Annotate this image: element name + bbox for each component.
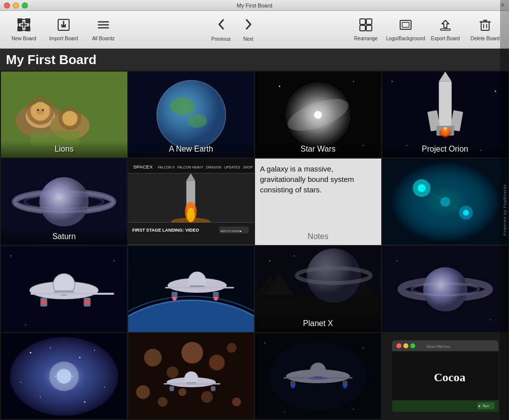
- svg-point-137: [79, 357, 81, 358]
- svg-point-34: [63, 111, 78, 126]
- import-board-button[interactable]: Import Board: [44, 13, 84, 47]
- svg-point-124: [294, 255, 295, 256]
- page-title-bar: My First Board: [0, 49, 509, 71]
- new-board-button[interactable]: New Board: [4, 13, 44, 47]
- svg-point-121: [307, 248, 361, 302]
- new-earth-label: A New Earth: [128, 141, 254, 158]
- svg-point-49: [353, 81, 354, 82]
- svg-line-89: [445, 202, 466, 213]
- logo-background-button[interactable]: Logo/Background: [386, 13, 425, 47]
- notes-label: Notes: [255, 228, 381, 245]
- previous-label: Previous: [211, 36, 231, 42]
- grid-item-notes[interactable]: A galaxy is a massive, gravitationally b…: [255, 159, 381, 245]
- svg-point-143: [72, 376, 73, 377]
- svg-point-181: [396, 343, 401, 348]
- svg-text:WATCH NOW ▶: WATCH NOW ▶: [220, 230, 242, 233]
- grid-item-cosmic[interactable]: [382, 159, 509, 245]
- export-board-icon: [438, 18, 452, 34]
- svg-point-92: [29, 281, 98, 299]
- svg-point-164: [286, 369, 350, 383]
- svg-point-86: [463, 210, 469, 216]
- svg-marker-53: [438, 72, 451, 82]
- minimize-button[interactable]: [13, 2, 19, 8]
- svg-point-35: [60, 108, 80, 128]
- svg-rect-145: [128, 333, 254, 419]
- toolbar: New Board Import Board All Boardz: [0, 11, 509, 49]
- delete-board-icon: [478, 18, 492, 34]
- svg-rect-77: [128, 223, 254, 245]
- export-board-label: Export Board: [431, 36, 460, 41]
- grid-item-project-orion[interactable]: Project Orion: [382, 72, 509, 158]
- previous-button[interactable]: Previous: [207, 13, 235, 47]
- grid-item-new-earth[interactable]: A New Earth: [128, 72, 254, 158]
- svg-point-146: [144, 348, 162, 366]
- svg-rect-67: [128, 159, 254, 245]
- grid-item-planet-x[interactable]: Planet X: [255, 246, 381, 332]
- grid-item-enterprise2[interactable]: [128, 246, 254, 332]
- svg-rect-54: [427, 110, 440, 131]
- svg-point-29: [28, 99, 52, 123]
- logo-background-icon: [399, 18, 413, 34]
- svg-point-47: [314, 111, 322, 119]
- saturn-label: Saturn: [1, 228, 127, 245]
- delete-board-label: Delete Board: [471, 36, 500, 41]
- svg-rect-169: [342, 381, 347, 387]
- import-board-icon: [57, 18, 71, 34]
- svg-point-150: [227, 343, 237, 353]
- svg-rect-125: [382, 246, 509, 332]
- svg-point-152: [158, 397, 168, 407]
- previous-icon: [214, 17, 228, 34]
- grid-item-cocoa[interactable]: SmartNotes Cocoa ▶ Run: [382, 333, 509, 419]
- powered-by-text: Powered by PopBoardz: [503, 184, 507, 236]
- next-button[interactable]: Next: [235, 13, 262, 47]
- svg-point-163: [269, 342, 367, 411]
- delete-board-button[interactable]: Delete Board: [465, 13, 505, 47]
- import-board-label: Import Board: [49, 36, 78, 41]
- svg-rect-16: [366, 25, 372, 31]
- svg-point-64: [39, 177, 88, 227]
- svg-text:Cocoa: Cocoa: [433, 371, 465, 384]
- svg-point-122: [297, 268, 371, 283]
- svg-rect-104: [128, 246, 254, 332]
- svg-point-65: [15, 192, 113, 212]
- grid-item-stars[interactable]: [1, 333, 127, 419]
- svg-rect-112: [171, 292, 177, 299]
- svg-rect-68: [128, 159, 254, 173]
- grid-item-asteroids[interactable]: [128, 333, 254, 419]
- all-boardz-button[interactable]: All Boardz: [84, 13, 123, 47]
- svg-point-85: [459, 206, 473, 220]
- svg-rect-18: [402, 22, 409, 27]
- svg-text:SPACEX: SPACEX: [133, 164, 153, 169]
- grid-item-spacex[interactable]: SPACEX FALCON 9 FALCON HEAVY DRAGON UPDA…: [128, 159, 254, 245]
- svg-marker-119: [265, 273, 294, 295]
- svg-point-149: [209, 354, 225, 370]
- grid-item-star-wars[interactable]: Star Wars: [255, 72, 381, 158]
- svg-point-141: [20, 382, 21, 383]
- svg-point-45: [286, 83, 350, 147]
- grid-item-saturn[interactable]: Saturn: [1, 159, 127, 245]
- grid-item-saturn2[interactable]: [382, 246, 509, 332]
- svg-point-128: [412, 283, 479, 295]
- svg-rect-162: [255, 333, 381, 419]
- grid-item-lions[interactable]: Lions: [1, 72, 127, 158]
- window-controls: [4, 2, 28, 8]
- next-icon: [242, 17, 255, 34]
- export-board-button[interactable]: Export Board: [425, 13, 465, 47]
- svg-marker-118: [255, 275, 284, 295]
- svg-rect-19: [440, 29, 450, 30]
- svg-point-126: [401, 280, 489, 298]
- rearrange-button[interactable]: Rearrange: [346, 13, 386, 47]
- svg-rect-5: [17, 26, 22, 31]
- svg-point-91: [29, 281, 98, 299]
- grid-item-enterprise1[interactable]: [1, 246, 127, 332]
- svg-point-174: [363, 347, 364, 348]
- svg-point-154: [201, 391, 213, 403]
- svg-rect-160: [170, 386, 174, 391]
- svg-point-100: [85, 299, 89, 304]
- svg-point-26: [16, 103, 65, 138]
- grid-item-enterprise3[interactable]: [255, 333, 381, 419]
- close-button[interactable]: [4, 2, 10, 8]
- all-boardz-label: All Boardz: [92, 36, 115, 41]
- maximize-button[interactable]: [22, 2, 28, 8]
- svg-point-32: [42, 109, 44, 111]
